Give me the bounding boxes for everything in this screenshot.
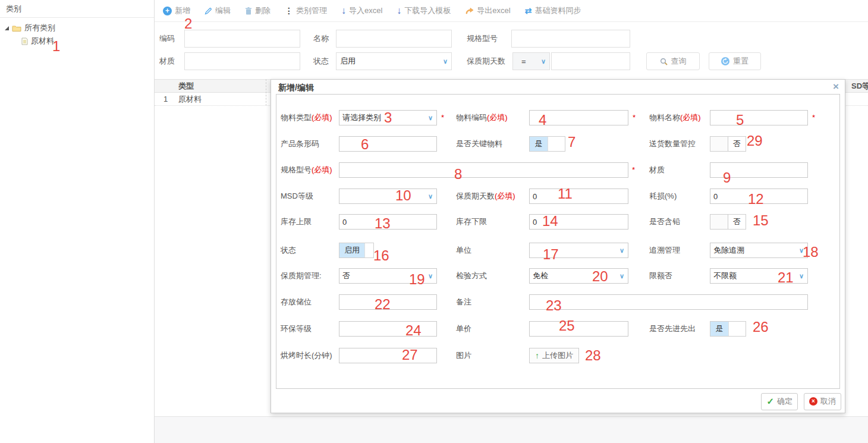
env-level-input[interactable] — [339, 321, 437, 337]
toggle-off-segment — [364, 243, 373, 257]
chevron-down-icon: ∨ — [428, 272, 433, 280]
remark-input[interactable] — [529, 294, 808, 310]
export-excel-label: 导出excel — [477, 5, 510, 16]
loss-pct-label: 耗损(%) — [649, 188, 677, 204]
cancel-button[interactable]: × 取消 — [804, 393, 841, 410]
storage-loc-input[interactable] — [339, 294, 437, 310]
add-button[interactable]: + 新增 — [163, 5, 190, 16]
spec-model-input[interactable] — [339, 162, 628, 178]
status-toggle[interactable]: 启用 — [339, 243, 374, 258]
category-manage-button[interactable]: ⋮ 类别管理 — [285, 5, 327, 16]
stock-lower-label: 库存下限 — [456, 214, 487, 230]
shelf-days-field-input[interactable] — [529, 188, 628, 204]
cancel-button-label: 取消 — [820, 396, 836, 407]
toggle-no-segment: 否 — [728, 137, 746, 151]
msd-level-select[interactable]: ∨ — [339, 188, 437, 204]
shelf-days-input[interactable] — [551, 52, 630, 70]
row-type-cell: 原材料 — [178, 93, 202, 106]
stock-lower-input[interactable] — [529, 214, 628, 230]
edit-button[interactable]: 编辑 — [205, 5, 231, 16]
barcode-input[interactable] — [339, 136, 437, 152]
loss-pct-input[interactable] — [710, 188, 808, 204]
tree-node-all-categories[interactable]: 所有类别 — [5, 23, 55, 33]
add-button-label: 新增 — [175, 5, 190, 16]
tree-node-raw-material[interactable]: 原材料 — [21, 36, 54, 46]
quota-value: 不限额 — [713, 271, 737, 281]
shelf-days-operator-select[interactable]: = ∨ — [512, 52, 550, 70]
key-material-toggle[interactable]: 是 — [529, 136, 565, 152]
tree-expander-icon[interactable] — [5, 26, 9, 30]
material-type-select[interactable]: 请选择类别 ∨ — [339, 110, 437, 125]
stock-upper-input[interactable] — [339, 214, 437, 230]
dialog-form-panel: 物料类型(必填) 请选择类别 ∨ * 物料编码(必填) * 物料名称(必填) *… — [276, 94, 840, 389]
ok-button[interactable]: ✓ 确定 — [761, 393, 798, 410]
toggle-off-segment — [548, 137, 565, 151]
toggle-on-segment: 是 — [530, 137, 548, 151]
delivery-control-label: 送货数量管控 — [649, 136, 696, 152]
close-icon[interactable]: × — [833, 81, 839, 93]
upload-image-button[interactable]: ↑ 上传图片 — [529, 348, 579, 363]
check-icon: ✓ — [766, 396, 774, 407]
contains-lead-toggle[interactable]: 否 — [710, 214, 746, 230]
chevron-down-icon: ∨ — [619, 247, 624, 255]
reset-icon — [721, 57, 729, 65]
name-input[interactable] — [336, 30, 452, 48]
sidebar-title: 类别 — [0, 0, 154, 18]
status-select[interactable]: 启用 ∨ — [336, 52, 452, 70]
chevron-down-icon: ∨ — [428, 114, 433, 122]
upload-image-label: 上传图片 — [542, 350, 573, 361]
shelf-manage-select[interactable]: 否 ∨ — [339, 268, 437, 284]
query-button[interactable]: 查询 — [646, 52, 700, 70]
status-select-value: 启用 — [340, 56, 356, 67]
required-star: * — [441, 110, 444, 125]
sync-basic-data-label: 基础资料同步 — [534, 5, 581, 16]
unit-price-input[interactable] — [529, 321, 628, 337]
code-input[interactable] — [184, 30, 300, 48]
chevron-down-icon: ∨ — [428, 193, 433, 200]
download-arrow-icon: ↓ — [397, 7, 401, 15]
bake-minutes-input[interactable] — [339, 348, 437, 363]
required-star: * — [633, 110, 636, 125]
delete-button-label: 删除 — [255, 5, 271, 16]
reset-button[interactable]: 重置 — [709, 52, 761, 70]
env-level-label: 环保等级 — [281, 321, 312, 337]
spec-input[interactable] — [511, 30, 630, 48]
required-star: * — [812, 110, 815, 125]
spec-label: 规格型号 — [467, 30, 498, 48]
tree-node-label: 原材料 — [31, 36, 54, 46]
material-type-label: 物料类型(必填) — [281, 110, 332, 125]
material-quality-label: 材质 — [649, 162, 665, 178]
category-manage-label: 类别管理 — [296, 5, 327, 16]
table-footer-bar — [155, 416, 868, 443]
query-button-label: 查询 — [671, 56, 687, 67]
column-header-type: 类型 — [178, 80, 194, 92]
download-template-button[interactable]: ↓ 下载导入模板 — [397, 5, 451, 16]
quota-label: 限额否 — [649, 268, 672, 284]
chevron-down-icon: ∨ — [443, 58, 448, 65]
trace-select[interactable]: 免除追溯 ∨ — [710, 243, 808, 258]
export-excel-button[interactable]: 导出excel — [465, 5, 510, 16]
main-toolbar: + 新增 编辑 删除 ⋮ 类别管理 ↓ 导入excel ↓ 下载导入模板 导出e… — [155, 0, 868, 22]
unit-select[interactable]: ∨ — [529, 243, 628, 258]
material-label: 材质 — [159, 52, 175, 70]
material-quality-input[interactable] — [710, 162, 808, 178]
toggle-empty-segment — [710, 215, 728, 229]
delete-button[interactable]: 删除 — [245, 5, 271, 16]
search-icon — [660, 58, 668, 65]
sync-basic-data-button[interactable]: ⇄ 基础资料同步 — [525, 5, 581, 16]
chevron-down-icon: ∨ — [619, 272, 624, 280]
inspection-select[interactable]: 免检 ∨ — [529, 268, 628, 284]
code-label: 编码 — [159, 30, 175, 48]
document-icon — [21, 37, 28, 45]
cancel-cross-icon: × — [809, 397, 817, 406]
material-code-input[interactable] — [529, 110, 628, 125]
import-excel-button[interactable]: ↓ 导入excel — [341, 5, 382, 16]
table-column-divider — [266, 79, 266, 106]
fifo-toggle[interactable]: 是 — [710, 321, 746, 337]
material-input[interactable] — [184, 52, 300, 70]
inspection-label: 检验方式 — [456, 268, 487, 284]
quota-select[interactable]: 不限额 ∨ — [710, 268, 808, 284]
delivery-control-toggle[interactable]: 否 — [710, 136, 746, 152]
form-row: 烘烤时长(分钟) 图片 ↑ 上传图片 — [276, 348, 839, 363]
material-name-input[interactable] — [710, 110, 808, 125]
